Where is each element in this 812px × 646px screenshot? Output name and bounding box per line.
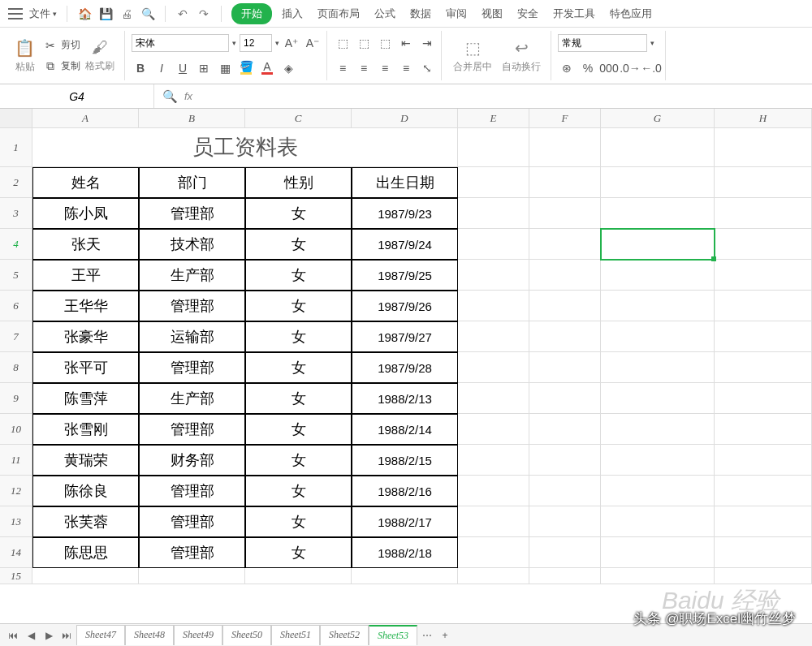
font-color-button[interactable]: A xyxy=(258,59,276,77)
cell-5-H[interactable] xyxy=(715,260,812,291)
align-middle-icon[interactable]: ⬚ xyxy=(355,34,373,52)
data-cell-10-0[interactable]: 张雪刚 xyxy=(32,414,139,445)
data-cell-14-3[interactable]: 1988/2/18 xyxy=(352,537,458,568)
cell-9-G[interactable] xyxy=(601,383,715,414)
col-head-B[interactable]: B xyxy=(139,109,245,128)
cell-11-H[interactable] xyxy=(715,445,812,476)
cell-4-H[interactable] xyxy=(715,229,812,260)
data-cell-11-2[interactable]: 女 xyxy=(245,445,352,476)
underline-button[interactable]: U xyxy=(174,59,192,77)
data-cell-11-1[interactable]: 财务部 xyxy=(139,445,245,476)
cell-14-G[interactable] xyxy=(601,537,715,568)
data-cell-6-1[interactable]: 管理部 xyxy=(139,291,245,321)
menu-item-4[interactable]: 数据 xyxy=(405,3,436,24)
cell-14-H[interactable] xyxy=(715,537,812,568)
cell-11-E[interactable] xyxy=(458,445,529,476)
col-head-G[interactable]: G xyxy=(601,109,715,128)
cell-5-E[interactable] xyxy=(458,260,529,291)
data-cell-4-2[interactable]: 女 xyxy=(245,229,352,260)
cell-7-H[interactable] xyxy=(715,321,812,352)
cell-3-H[interactable] xyxy=(715,198,812,229)
spreadsheet-grid[interactable]: ABCDEFGH1员工资料表2姓名部门性别出生日期3陈小凤管理部女1987/9/… xyxy=(0,109,812,584)
cell-13-G[interactable] xyxy=(601,506,715,537)
row-head-11[interactable]: 11 xyxy=(0,445,32,476)
row-head-4[interactable]: 4 xyxy=(0,229,32,260)
tab-more-icon[interactable]: ⋯ xyxy=(419,630,435,641)
copy-button[interactable]: ⧉复制 xyxy=(43,57,80,76)
menu-item-0[interactable]: 开始 xyxy=(231,3,272,24)
header-cell-3[interactable]: 出生日期 xyxy=(352,167,458,198)
increase-font-icon[interactable]: A⁺ xyxy=(283,34,300,52)
data-cell-3-1[interactable]: 管理部 xyxy=(139,198,245,229)
orientation-icon[interactable]: ⤡ xyxy=(418,59,436,77)
decrease-font-icon[interactable]: A⁻ xyxy=(304,34,322,52)
font-size-input[interactable] xyxy=(240,34,272,52)
cell-13-E[interactable] xyxy=(458,506,529,537)
cell-4-E[interactable] xyxy=(458,229,529,260)
cell-7-F[interactable] xyxy=(529,321,601,352)
cell-13-F[interactable] xyxy=(529,506,601,537)
cell-8-E[interactable] xyxy=(458,352,529,383)
cell-12-G[interactable] xyxy=(601,476,715,506)
print-icon[interactable]: 🖨 xyxy=(119,6,134,21)
comma-icon[interactable]: 000 xyxy=(600,59,618,77)
data-cell-5-2[interactable]: 女 xyxy=(245,260,352,291)
data-cell-9-2[interactable]: 女 xyxy=(245,383,352,414)
cell-9-F[interactable] xyxy=(529,383,601,414)
file-menu[interactable]: 文件▾ xyxy=(29,6,57,21)
cell-1-G[interactable] xyxy=(601,128,715,167)
data-cell-12-2[interactable]: 女 xyxy=(245,476,352,506)
data-cell-4-0[interactable]: 张天 xyxy=(32,229,139,260)
cell-5-F[interactable] xyxy=(529,260,601,291)
data-cell-8-2[interactable]: 女 xyxy=(245,352,352,383)
save-icon[interactable]: 💾 xyxy=(98,6,113,21)
cell-8-F[interactable] xyxy=(529,352,601,383)
data-cell-4-3[interactable]: 1987/9/24 xyxy=(352,229,458,260)
data-cell-7-3[interactable]: 1987/9/27 xyxy=(352,321,458,352)
data-cell-7-0[interactable]: 张豪华 xyxy=(32,321,139,352)
header-cell-1[interactable]: 部门 xyxy=(139,167,245,198)
data-cell-12-3[interactable]: 1988/2/16 xyxy=(352,476,458,506)
tab-nav-prev-icon[interactable]: ◀ xyxy=(23,630,39,641)
menu-item-8[interactable]: 开发工具 xyxy=(548,3,600,24)
row-head-1[interactable]: 1 xyxy=(0,128,32,167)
indent-increase-icon[interactable]: ⇥ xyxy=(418,34,436,52)
cell-15-D[interactable] xyxy=(352,568,458,584)
fill-pattern-button[interactable]: ▦ xyxy=(216,59,234,77)
cell-5-G[interactable] xyxy=(601,260,715,291)
sheet-tab-Sheet48[interactable]: Sheet48 xyxy=(125,625,174,645)
cell-2-G[interactable] xyxy=(601,167,715,198)
data-cell-13-3[interactable]: 1988/2/17 xyxy=(352,506,458,537)
data-cell-8-0[interactable]: 张平可 xyxy=(32,352,139,383)
name-box[interactable] xyxy=(0,84,154,108)
data-cell-13-1[interactable]: 管理部 xyxy=(139,506,245,537)
sheet-tab-Sheet50[interactable]: Sheet50 xyxy=(222,625,271,645)
border-button[interactable]: ⊞ xyxy=(195,59,213,77)
cell-12-F[interactable] xyxy=(529,476,601,506)
cell-7-G[interactable] xyxy=(601,321,715,352)
data-cell-3-2[interactable]: 女 xyxy=(245,198,352,229)
cell-1-F[interactable] xyxy=(529,128,601,167)
row-head-8[interactable]: 8 xyxy=(0,352,32,383)
cell-10-H[interactable] xyxy=(715,414,812,445)
cell-13-H[interactable] xyxy=(715,506,812,537)
search-icon[interactable]: 🔍 xyxy=(162,89,178,104)
data-cell-14-1[interactable]: 管理部 xyxy=(139,537,245,568)
cell-15-H[interactable] xyxy=(715,568,812,584)
tab-nav-next-icon[interactable]: ▶ xyxy=(41,630,57,641)
data-cell-9-0[interactable]: 陈雪萍 xyxy=(32,383,139,414)
indent-decrease-icon[interactable]: ⇤ xyxy=(397,34,415,52)
cell-12-E[interactable] xyxy=(458,476,529,506)
row-head-15[interactable]: 15 xyxy=(0,568,32,584)
auto-wrap-button[interactable]: ↩自动换行 xyxy=(497,37,546,75)
data-cell-7-2[interactable]: 女 xyxy=(245,321,352,352)
tab-add-icon[interactable]: + xyxy=(437,630,453,641)
cell-10-F[interactable] xyxy=(529,414,601,445)
row-head-10[interactable]: 10 xyxy=(0,414,32,445)
data-cell-4-1[interactable]: 技术部 xyxy=(139,229,245,260)
menu-item-5[interactable]: 审阅 xyxy=(441,3,472,24)
data-cell-10-2[interactable]: 女 xyxy=(245,414,352,445)
cell-11-F[interactable] xyxy=(529,445,601,476)
sheet-tab-Sheet51[interactable]: Sheet51 xyxy=(271,625,320,645)
paste-button[interactable]: 📋粘贴 xyxy=(10,37,40,75)
